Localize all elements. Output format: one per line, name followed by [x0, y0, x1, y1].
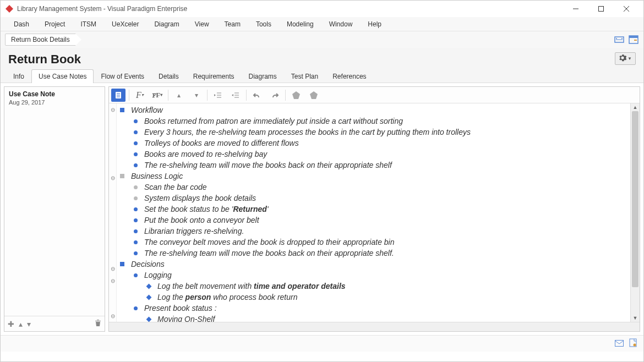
gear-icon — [619, 54, 626, 63]
maximize-button[interactable] — [588, 1, 614, 17]
note-line: Moving On-Shelf — [157, 314, 215, 322]
tab-details[interactable]: Details — [151, 69, 186, 83]
note-line: Books returned from patron are immediate… — [144, 116, 403, 127]
tab-use-case-notes[interactable]: Use Case Notes — [31, 69, 94, 83]
font-italic-button[interactable]: F▾ — [133, 89, 147, 102]
note-line: Put the book onto a conveyor belt — [144, 215, 259, 226]
note-line: Log the person who process book return — [157, 292, 298, 303]
outline-content[interactable]: Workflow Books returned from patron are … — [117, 103, 630, 322]
svg-point-7 — [616, 38, 617, 39]
section-title: Decisions — [131, 259, 165, 270]
content: Use Case Note Aug 29, 2017 ✚ ▴ ▾ F▾ ꜰF▾ … — [1, 83, 643, 335]
move-up-button[interactable]: ▴ — [172, 89, 186, 102]
svg-rect-18 — [615, 340, 624, 346]
section-title: Business Logic — [131, 171, 183, 182]
breadcrumb-row: Return Book Details — [1, 31, 643, 48]
note-line: Books are moved to re-shelving bay — [144, 149, 267, 160]
svg-point-8 — [621, 38, 623, 39]
shape-2-button[interactable] — [307, 89, 321, 102]
collapse-icon[interactable]: ⊖ — [111, 173, 115, 184]
scroll-up-icon[interactable]: ▲ — [631, 103, 640, 111]
font-format-button[interactable]: ꜰF▾ — [150, 89, 165, 102]
note-title: Use Case Note — [9, 90, 100, 98]
move-down-button[interactable]: ▾ — [189, 89, 204, 102]
move-down-button[interactable]: ▾ — [27, 320, 31, 328]
redo-button[interactable] — [268, 89, 282, 102]
note-line: Log the belt movement with time and oper… — [157, 281, 346, 292]
menu-diagram[interactable]: Diagram — [146, 18, 187, 30]
note-line: Scan the bar code — [144, 182, 207, 193]
svg-marker-16 — [292, 91, 300, 99]
vertical-scrollbar[interactable]: ▲ ▼ — [630, 103, 640, 322]
tab-info[interactable]: Info — [6, 69, 31, 83]
menu-window[interactable]: Window — [321, 18, 361, 30]
move-up-button[interactable]: ▴ — [19, 320, 23, 328]
outdent-button[interactable] — [211, 89, 225, 102]
delete-note-button[interactable] — [95, 319, 101, 328]
window-title: Library Management System - Visual Parad… — [17, 5, 563, 13]
indent-button[interactable] — [228, 89, 243, 102]
page-title-row: Return Book ▼ — [1, 48, 643, 69]
note-line: Trolleys of books are moved to different… — [144, 138, 299, 149]
window-controls — [563, 1, 639, 17]
svg-rect-11 — [634, 40, 637, 41]
svg-point-20 — [634, 344, 636, 347]
layout-icon[interactable] — [614, 34, 625, 45]
close-button[interactable] — [614, 1, 639, 17]
svg-rect-2 — [599, 7, 604, 12]
collapse-icon[interactable]: ⊖ — [111, 105, 115, 116]
titlebar: Library Management System - Visual Parad… — [1, 1, 643, 17]
menu-view[interactable]: View — [187, 18, 217, 30]
collapse-icon[interactable]: ⊖ — [111, 276, 115, 287]
menubar: Dash Project ITSM UeXceler Diagram View … — [1, 17, 643, 31]
menu-modeling[interactable]: Modeling — [279, 18, 321, 30]
note-line: The re-shelving team will move the books… — [144, 160, 392, 171]
tab-test-plan[interactable]: Test Plan — [284, 69, 325, 83]
scroll-thumb[interactable] — [632, 111, 638, 287]
horizontal-scrollbar[interactable] — [109, 322, 640, 331]
menu-uexceler[interactable]: UeXceler — [104, 18, 146, 30]
tab-requirements[interactable]: Requirements — [186, 69, 242, 83]
menu-dash[interactable]: Dash — [6, 18, 37, 30]
menu-itsm[interactable]: ITSM — [73, 18, 104, 30]
svg-marker-17 — [310, 91, 318, 99]
add-note-button[interactable]: ✚ — [8, 320, 14, 328]
panel-icon[interactable] — [628, 34, 639, 45]
svg-rect-10 — [629, 36, 638, 38]
menu-tools[interactable]: Tools — [248, 18, 279, 30]
menu-team[interactable]: Team — [217, 18, 248, 30]
svg-marker-0 — [6, 5, 13, 13]
page-title: Return Book — [8, 52, 615, 67]
undo-button[interactable] — [250, 89, 264, 102]
collapse-icon[interactable]: ⊖ — [111, 264, 115, 275]
editor: F▾ ꜰF▾ ▴ ▾ ⊖ ⊖ ⊖ ⊖ ⊖ — [108, 86, 640, 332]
shape-1-button[interactable] — [289, 89, 303, 102]
note-line: Librarian triggers re-shelving. — [144, 226, 244, 237]
mail-icon[interactable] — [615, 339, 624, 348]
minimize-button[interactable] — [563, 1, 588, 17]
dropdown-caret-icon: ▼ — [627, 56, 632, 61]
document-tool-button[interactable] — [111, 89, 125, 102]
editor-toolbar: F▾ ꜰF▾ ▴ ▾ — [109, 87, 640, 103]
note-icon[interactable] — [629, 338, 637, 349]
note-line: Every 3 hours, the re-shelving team proc… — [144, 127, 471, 138]
app-icon — [5, 4, 14, 13]
breadcrumb[interactable]: Return Book Details — [5, 34, 76, 46]
tabs: Info Use Case Notes Flow of Events Detai… — [1, 69, 643, 83]
fold-gutter: ⊖ ⊖ ⊖ ⊖ ⊖ — [109, 103, 117, 322]
menu-help[interactable]: Help — [360, 18, 389, 30]
editor-body[interactable]: ⊖ ⊖ ⊖ ⊖ ⊖ Workflow Books returned from p… — [109, 103, 640, 322]
tab-flow-of-events[interactable]: Flow of Events — [94, 69, 151, 83]
note-list-item[interactable]: Use Case Note Aug 29, 2017 — [4, 87, 105, 316]
note-line: The re-shelving team will move the books… — [144, 248, 394, 259]
scroll-down-icon[interactable]: ▼ — [631, 314, 640, 322]
menu-project[interactable]: Project — [37, 18, 73, 30]
collapse-icon[interactable]: ⊖ — [111, 311, 115, 322]
note-line: The conveyor belt moves and the book is … — [144, 237, 395, 248]
statusbar — [1, 335, 643, 352]
note-line: Present book status : — [144, 303, 217, 314]
tab-diagrams[interactable]: Diagrams — [241, 69, 283, 83]
notes-sidebar: Use Case Note Aug 29, 2017 ✚ ▴ ▾ — [4, 86, 105, 332]
tab-references[interactable]: References — [325, 69, 373, 83]
settings-button[interactable]: ▼ — [615, 52, 636, 65]
